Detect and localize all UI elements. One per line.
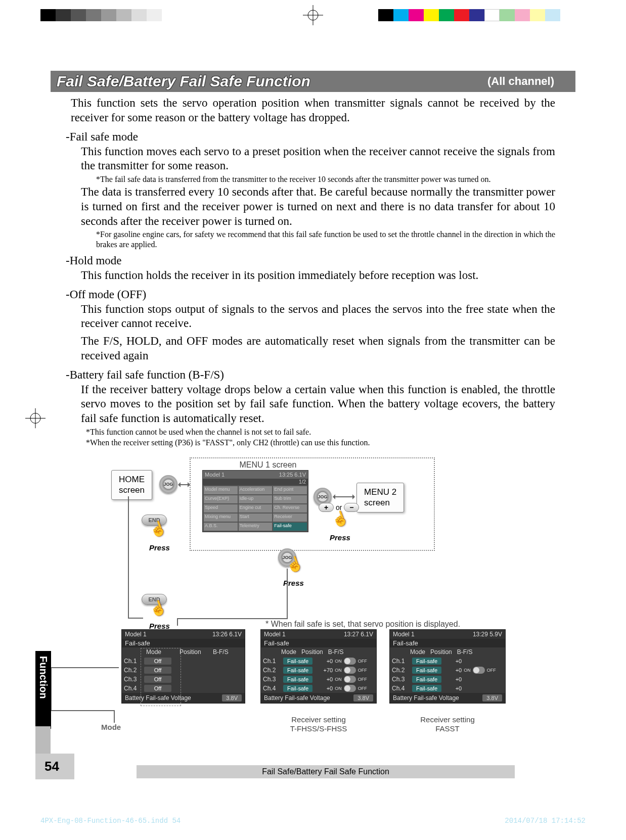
tfhss-caption: Receiver setting T-FHSS/S-FHSS (271, 715, 367, 733)
failsafe-heading: -Fail safe mode (66, 130, 560, 144)
print-registration-marks (0, 0, 626, 30)
menu-grid: Model menuAccelerationEnd point Curve(EX… (203, 485, 308, 532)
hold-heading: -Hold mode (66, 254, 560, 267)
color-bar-right (378, 9, 560, 21)
menu1-label: MENU 1 screen (222, 460, 314, 470)
failsafe-menu-highlight: Fail-safe (273, 523, 307, 531)
failsafe-fasst-screenshot: Model 113:29 5.9V Fail-safe ModePosition… (389, 629, 506, 704)
page-number: 54 (35, 754, 74, 779)
off-heading: -Off mode (OFF) (66, 288, 560, 301)
print-file-label: 4PX-Eng-08-Function-46-65.indd 54 (40, 817, 181, 825)
hold-p1: This function holds the receiver in its … (81, 268, 555, 283)
press-label: Press (149, 543, 170, 552)
failsafe-main-screenshot: Model 113:26 6.1V Fail-safe ModePosition… (121, 629, 245, 704)
toggle-icon (344, 676, 356, 683)
registration-cross-left-icon (25, 408, 46, 432)
connector-line (51, 710, 114, 711)
failsafe-p1: This function moves each servo to a pres… (81, 145, 555, 174)
menu2-screen-label: MENU 2 screen (356, 483, 404, 512)
failsafe-note1: *The fail safe data is transferred from … (96, 174, 555, 184)
fasst-caption: Receiver setting FASST (402, 715, 493, 733)
section-subtitle: (All channel) (487, 75, 554, 88)
toggle-icon (344, 658, 356, 665)
navigation-diagram: MENU 1 screen HOME screen JOG Model 113:… (51, 455, 575, 778)
footer-title: Fail Safe/Battery Fail Safe Function (137, 765, 515, 778)
bfs-p1: If the receiver battery voltage drops be… (81, 383, 555, 426)
connector-line (128, 618, 143, 619)
failsafe-p2: The data is transferred every 10 seconds… (81, 185, 555, 228)
connector-line (177, 618, 178, 626)
press-label: Press (330, 533, 350, 542)
failsafe-tfhss-screenshot: Model 113:27 6.1V Fail-safe ModePosition… (260, 629, 377, 704)
mode-caption: Mode (101, 723, 121, 732)
intro-paragraph: This function sets the servo operation p… (71, 96, 555, 125)
color-bar-left (40, 9, 162, 21)
connector-line (114, 710, 115, 723)
section-title: Fail Safe/Battery Fail Safe Function (57, 73, 487, 90)
toggle-icon (473, 667, 485, 674)
bfs-note1: *This function cannot be used when the c… (86, 427, 555, 437)
mode-selection-dashed (141, 648, 181, 706)
failsafe-set-note: * When fail safe is set, that servo posi… (265, 619, 483, 629)
connector-line (51, 667, 119, 668)
registration-cross-icon (303, 5, 323, 29)
connector-line (128, 496, 129, 618)
menu1-screenshot: Model 113:25 6.1V 1/2 Model menuAccelera… (202, 470, 308, 532)
print-source-footer: 4PX-Eng-08-Function-46-65.indd 54 2014/0… (40, 817, 586, 825)
toggle-icon (344, 667, 356, 674)
plus-button-icon: + (319, 503, 334, 512)
connector-line (287, 569, 288, 619)
page-content: Fail Safe/Battery Fail Safe Function (Al… (51, 71, 575, 779)
toggle-icon (344, 685, 356, 692)
home-screen-label: HOME screen (111, 470, 152, 500)
section-header: Fail Safe/Battery Fail Safe Function (Al… (51, 71, 575, 92)
off-p1: This function stops output of signals to… (81, 302, 555, 332)
jog-button-icon: JOG (159, 475, 177, 493)
failsafe-note2: *For gasoline engine cars, for safety we… (96, 229, 555, 249)
arrow-icon (179, 484, 189, 485)
print-timestamp: 2014/07/18 17:14:52 (505, 817, 586, 825)
arrow-icon (334, 496, 354, 497)
bfs-heading: -Battery fail safe function (B-F/S) (66, 368, 560, 382)
off-p2: The F/S, HOLD, and OFF modes are automat… (81, 334, 555, 363)
side-tab-label: Function (35, 651, 51, 729)
bfs-note2: *When the receiver setting (P36) is "FAS… (86, 438, 555, 447)
